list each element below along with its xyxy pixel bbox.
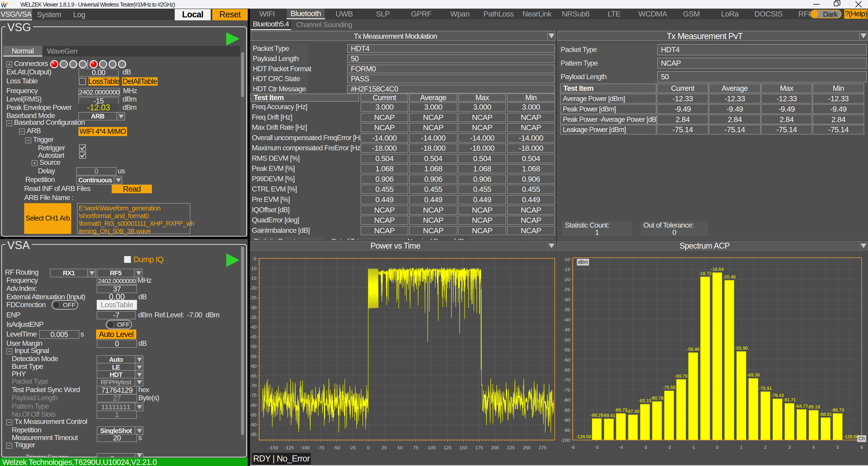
svg-text:-20: -20 <box>563 277 570 282</box>
svg-text:0: 0 <box>716 444 719 450</box>
svg-text:-56.46: -56.46 <box>687 347 700 352</box>
svg-text:-40: -40 <box>563 317 570 322</box>
svg-text:-90: -90 <box>250 422 256 427</box>
svg-text:1: 1 <box>740 444 743 450</box>
svg-text:-69.79: -69.79 <box>675 374 688 378</box>
svg-text:-55: -55 <box>563 347 570 352</box>
svg-text:-86.73: -86.73 <box>614 407 627 412</box>
svg-text:-25: -25 <box>250 295 256 300</box>
svg-text:-1: -1 <box>691 444 695 450</box>
svg-text:-65: -65 <box>250 373 256 378</box>
svg-text:-35: -35 <box>250 315 256 320</box>
svg-text:-50: -50 <box>563 337 570 342</box>
svg-text:6: 6 <box>860 444 863 450</box>
svg-text:-60: -60 <box>563 357 570 363</box>
svg-text:-87.40: -87.40 <box>627 409 640 414</box>
svg-text:-60: -60 <box>250 363 256 369</box>
svg-text:-89.41: -89.41 <box>602 413 615 418</box>
svg-text:-100: -100 <box>561 437 570 443</box>
svg-text:-86.73: -86.73 <box>831 407 844 412</box>
svg-text:-80: -80 <box>250 403 256 408</box>
svg-text:-81.71: -81.71 <box>783 397 796 402</box>
svg-text:0: 0 <box>367 445 370 450</box>
svg-text:25: 25 <box>381 445 387 450</box>
svg-text:dBm: dBm <box>578 259 588 265</box>
svg-text:150: 150 <box>459 445 467 450</box>
svg-text:-65: -65 <box>563 367 570 372</box>
svg-text:-40: -40 <box>250 324 256 330</box>
svg-text:-5: -5 <box>252 256 256 261</box>
svg-text:-4: -4 <box>619 444 623 450</box>
svg-text:-128.00: -128.00 <box>843 434 859 439</box>
svg-text:-75.91: -75.91 <box>759 386 772 391</box>
svg-text:-70: -70 <box>250 383 256 388</box>
svg-text:-80: -80 <box>563 397 570 403</box>
svg-text:-84.77: -84.77 <box>795 404 808 409</box>
svg-text:-70: -70 <box>563 377 570 382</box>
svg-text:-88.81: -88.81 <box>819 412 832 417</box>
svg-text:-90: -90 <box>563 417 570 423</box>
svg-text:-75: -75 <box>317 445 324 450</box>
svg-text:125: 125 <box>443 445 452 450</box>
svg-text:5: 5 <box>836 444 839 450</box>
svg-text:-55.90: -55.90 <box>735 346 748 350</box>
svg-text:-79.43: -79.43 <box>771 393 784 398</box>
svg-text:-89.28: -89.28 <box>590 413 603 417</box>
svg-text:100: 100 <box>428 445 436 450</box>
svg-text:-16.64: -16.64 <box>711 267 724 272</box>
svg-text:-30: -30 <box>563 297 570 302</box>
svg-text:2: 2 <box>764 444 767 450</box>
svg-text:-55: -55 <box>250 354 256 359</box>
svg-text:-85: -85 <box>563 407 570 413</box>
svg-text:275: 275 <box>538 445 546 450</box>
svg-text:-100: -100 <box>300 445 310 450</box>
svg-text:75: 75 <box>413 445 418 450</box>
svg-text:3: 3 <box>788 444 791 450</box>
svg-text:-10: -10 <box>250 266 256 271</box>
svg-text:-15: -15 <box>563 267 570 272</box>
svg-text:-30: -30 <box>250 305 256 310</box>
svg-text:-75: -75 <box>250 393 256 398</box>
svg-text:50: 50 <box>397 445 403 450</box>
svg-text:-50: -50 <box>333 445 340 450</box>
svg-text:-80.78: -80.78 <box>651 396 663 400</box>
svg-text:-35: -35 <box>563 307 570 312</box>
svg-text:-85.18: -85.18 <box>807 404 820 409</box>
svg-text:-3: -3 <box>643 444 647 450</box>
svg-text:-18.72: -18.72 <box>699 271 712 276</box>
svg-text:-45: -45 <box>563 327 570 332</box>
svg-text:-50: -50 <box>250 344 256 349</box>
svg-text:-75: -75 <box>563 387 570 393</box>
svg-text:-69.30: -69.30 <box>747 372 760 377</box>
svg-text:-6: -6 <box>570 444 575 450</box>
svg-text:-25: -25 <box>349 445 356 450</box>
svg-text:225: 225 <box>507 445 515 450</box>
svg-text:-128.00: -128.00 <box>576 434 591 439</box>
svg-text:-5: -5 <box>595 444 599 450</box>
svg-text:-82.15: -82.15 <box>639 398 651 403</box>
svg-text:175: 175 <box>475 445 483 450</box>
svg-text:-20.46: -20.46 <box>723 274 736 279</box>
svg-text:-125: -125 <box>284 445 294 450</box>
svg-text:-10: -10 <box>563 257 570 262</box>
svg-text:Ch: Ch <box>859 436 865 441</box>
svg-text:-75.50: -75.50 <box>663 385 676 390</box>
svg-text:4: 4 <box>812 444 815 450</box>
svg-text:-20: -20 <box>250 285 256 290</box>
svg-text:-15: -15 <box>250 276 256 281</box>
svg-text:-95: -95 <box>563 428 570 433</box>
svg-text:-45: -45 <box>250 334 256 339</box>
svg-text:-85: -85 <box>250 412 256 417</box>
svg-text:-25: -25 <box>563 287 570 292</box>
svg-text:-150: -150 <box>269 445 278 450</box>
svg-text:200: 200 <box>491 445 499 450</box>
svg-text:-95: -95 <box>250 432 256 437</box>
svg-text:250: 250 <box>523 445 530 450</box>
svg-text:-2: -2 <box>667 444 671 450</box>
